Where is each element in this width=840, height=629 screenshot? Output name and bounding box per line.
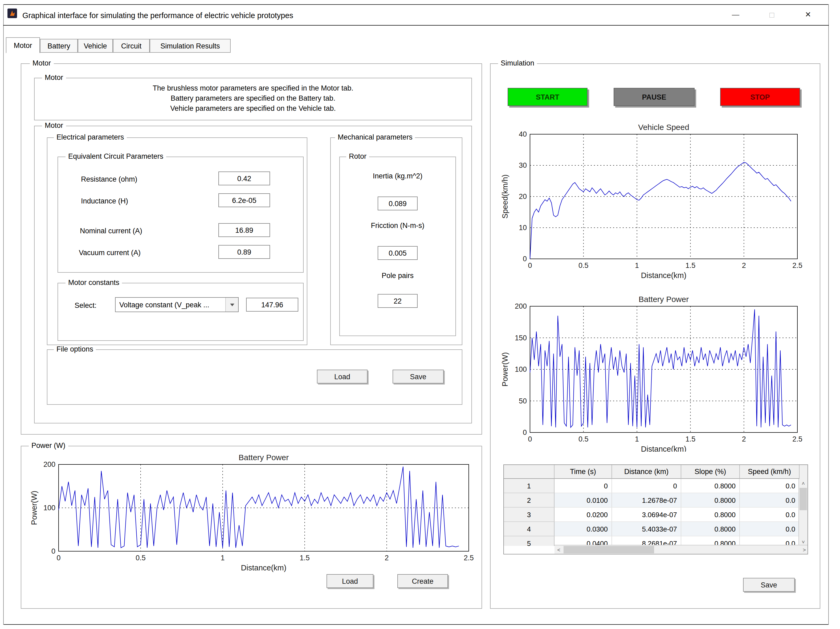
table-cell[interactable]: 0.8000 [681, 493, 740, 508]
pole-pairs-label: Pole pairs [339, 272, 456, 280]
svg-text:Power(W): Power(W) [30, 491, 38, 525]
table-cell[interactable]: 0.0 [740, 493, 799, 508]
table-cell[interactable]: 8.2681e-07 [612, 536, 681, 546]
tab-motor[interactable]: Motor [6, 37, 40, 53]
svg-text:1.5: 1.5 [685, 435, 696, 443]
svg-text:0: 0 [528, 435, 532, 443]
motor-constant-value-input[interactable] [246, 298, 298, 312]
svg-text:Battery Power: Battery Power [639, 295, 689, 304]
selected-option: Voltage constant (V_peak ... [115, 298, 225, 312]
vehicle-speed-chart: 00.511.522.5010203040Vehicle SpeedDistan… [501, 121, 807, 281]
create-cycle-button[interactable]: Create [397, 574, 448, 588]
tab-simulation-results[interactable]: Simulation Results [150, 39, 231, 53]
row-header: 5 [504, 536, 554, 546]
svg-text:Battery Power: Battery Power [238, 453, 289, 462]
start-button[interactable]: START [508, 88, 587, 106]
svg-text:Speed(km/h): Speed(km/h) [501, 174, 509, 219]
table-cell[interactable]: 5.4033e-07 [612, 522, 681, 536]
table-cell[interactable]: 0.0 [740, 522, 799, 536]
table-cell[interactable]: 0.0 [740, 508, 799, 522]
pole-pairs-input[interactable] [377, 294, 418, 308]
table-cell[interactable]: 0.0 [740, 479, 799, 493]
table-cell[interactable]: 0 [554, 479, 612, 493]
motor-outer-legend: Motor [30, 59, 54, 68]
svg-text:1: 1 [635, 262, 639, 270]
table-cell[interactable]: 0.8000 [681, 479, 740, 493]
save-motor-button[interactable]: Save [393, 370, 444, 383]
inductance-input[interactable] [218, 193, 270, 207]
select-label: Select: [74, 301, 97, 309]
battery-power-sim-chart: 00.511.522.5050100150200Battery PowerDis… [501, 292, 807, 452]
svg-text:150: 150 [515, 334, 527, 342]
svg-text:100: 100 [515, 365, 527, 374]
svg-text:1.5: 1.5 [685, 262, 696, 270]
table-row: 1 0 0 0.8000 0.0 [504, 479, 807, 493]
svg-text:0: 0 [57, 554, 60, 562]
load-cycle-button[interactable]: Load [327, 574, 373, 588]
svg-text:2.5: 2.5 [464, 554, 474, 562]
table-cell[interactable]: 0.0100 [554, 493, 612, 508]
table-vertical-scrollbar[interactable]: ˄ ˅ [799, 479, 807, 546]
table-cell[interactable]: 0.8000 [681, 522, 740, 536]
nominal-current-input[interactable] [218, 223, 270, 237]
table-cell[interactable]: 0.0 [740, 536, 799, 546]
svg-text:0: 0 [51, 547, 55, 555]
tab-vehicle[interactable]: Vehicle [78, 39, 113, 53]
rotor-legend: Rotor [346, 152, 369, 161]
friction-label: Fricction (N-m-s) [339, 222, 456, 230]
power-panel-legend: Power (W) [29, 441, 68, 450]
window-border-top [3, 4, 829, 5]
titlebar-divider [3, 25, 829, 25]
svg-text:Distance(km): Distance(km) [241, 563, 287, 572]
table-header-speed: Speed (km/h) [740, 465, 799, 479]
scroll-right-icon[interactable]: ˃ [800, 545, 808, 554]
table-cell[interactable]: 0.0300 [554, 522, 612, 536]
close-button[interactable]: ✕ [800, 7, 816, 22]
window-border-left [3, 4, 4, 625]
dropdown-arrow-icon[interactable] [225, 298, 238, 312]
minimize-button[interactable]: — [728, 7, 744, 22]
table-cell[interactable]: 0.0400 [554, 536, 612, 546]
friction-input[interactable] [377, 246, 418, 260]
svg-text:100: 100 [43, 504, 55, 512]
electrical-parameters-legend: Electrical parameters [54, 133, 127, 142]
svg-text:0: 0 [523, 255, 527, 263]
vertical-scroll-thumb[interactable] [799, 488, 807, 510]
table-horizontal-scrollbar[interactable]: ˂ ˃ [554, 545, 808, 554]
window-title: Graphical interface for simulating the p… [22, 11, 293, 20]
svg-text:0.5: 0.5 [578, 435, 589, 443]
info-line-1: The brushless motor parameters are speci… [37, 83, 469, 93]
svg-text:10: 10 [519, 224, 527, 232]
table-cell[interactable]: 0 [612, 479, 681, 493]
table-row: 3 0.0200 3.0694e-07 0.8000 0.0 [504, 508, 807, 522]
tab-battery[interactable]: Battery [40, 39, 78, 53]
save-results-button[interactable]: Save [743, 578, 795, 592]
scroll-up-icon[interactable]: ˄ [799, 479, 807, 487]
table-cell[interactable]: 0.8000 [681, 536, 740, 546]
scroll-left-icon[interactable]: ˂ [554, 545, 563, 554]
horizontal-scroll-thumb[interactable] [564, 546, 654, 553]
row-header: 3 [504, 508, 554, 522]
load-motor-button[interactable]: Load [317, 370, 368, 383]
row-header: 2 [504, 493, 554, 508]
inertia-input[interactable] [377, 197, 418, 210]
maximize-button[interactable]: □ [764, 7, 780, 22]
stop-button[interactable]: STOP [720, 88, 800, 106]
table-header-row: Time (s) Distance (km) Slope (%) Speed (… [504, 465, 807, 479]
svg-text:0.5: 0.5 [136, 554, 146, 562]
motor-constant-select[interactable]: Voltage constant (V_peak ... [115, 297, 238, 312]
table-cell[interactable]: 3.0694e-07 [612, 508, 681, 522]
table-cell[interactable]: 1.2678e-07 [612, 493, 681, 508]
svg-text:30: 30 [519, 161, 527, 169]
motor-info-text: The brushless motor parameters are speci… [37, 83, 469, 114]
table-cell[interactable]: 0.0200 [554, 508, 612, 522]
svg-text:1.5: 1.5 [300, 554, 310, 562]
vacuum-current-input[interactable] [218, 245, 270, 259]
resistance-input[interactable] [218, 172, 270, 185]
vacuum-current-label: Vacuum current (A) [79, 249, 141, 257]
svg-text:20: 20 [519, 192, 527, 200]
pause-button[interactable]: PAUSE [614, 88, 695, 106]
results-table: Time (s) Distance (km) Slope (%) Speed (… [504, 464, 808, 555]
table-cell[interactable]: 0.8000 [681, 508, 740, 522]
tab-circuit[interactable]: Circuit [113, 39, 150, 53]
